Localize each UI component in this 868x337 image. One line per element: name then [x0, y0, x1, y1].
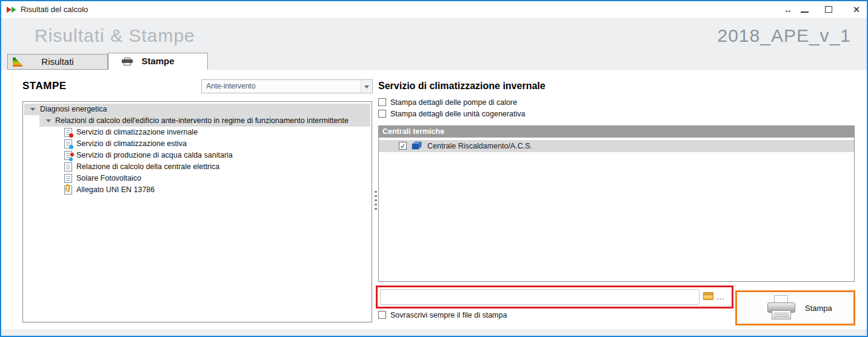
centrale-item-label: Centrale Riscaldamento/A.C.S.	[427, 140, 532, 152]
centrale-list-item[interactable]: ✓ Centrale Riscaldamento/A.C.S.	[379, 140, 854, 152]
print-tree-panel: Diagnosi energetica Relazioni di calcolo…	[22, 101, 372, 322]
tree-item-centrale-elettrica[interactable]: Relazione di calcolo della centrale elet…	[23, 161, 372, 173]
report-icon	[64, 174, 72, 183]
tree-item-relazioni[interactable]: Relazioni di calcolo dell'edificio ante-…	[23, 115, 372, 127]
minimize-button[interactable]	[795, 1, 813, 18]
tree-item-solare-fotovoltaico[interactable]: Solare Fotovoltaico	[23, 173, 372, 184]
overwrite-checkbox-label: Sovrascrivi sempre il file di stampa	[390, 311, 507, 319]
tree-item-acqua-calda[interactable]: Servizio di produzione di acqua calda sa…	[23, 150, 372, 161]
period-dropdown-value: Ante-intervento	[206, 80, 255, 93]
print-button-label: Stampa	[805, 304, 832, 313]
tab-stampe[interactable]: Stampe	[108, 53, 208, 70]
tab-risultati-label: Risultati	[8, 55, 107, 69]
report-red-dot-icon	[64, 128, 72, 137]
service-section-title: Servizio di climatizzazione invernale	[378, 81, 546, 92]
tree-item-diagnosi[interactable]: Diagnosi energetica	[23, 104, 372, 115]
project-name: 2018_APE_v_1	[717, 25, 851, 46]
tree-item-label: Relazione di calcolo della centrale elet…	[76, 161, 219, 173]
app-logo-icon	[7, 5, 18, 14]
maximize-button[interactable]	[820, 1, 838, 18]
close-button[interactable]: ✕	[847, 1, 866, 18]
cogenerativa-checkbox[interactable]	[378, 110, 386, 118]
window-title: Risultati del calcolo	[21, 1, 88, 18]
print-button-highlight-annotation: Stampa	[735, 290, 855, 325]
tree-item-label: Relazioni di calcolo dell'edificio ante-…	[55, 115, 349, 127]
report-icon	[64, 162, 72, 172]
resize-icon[interactable]: ↔	[779, 1, 797, 18]
centrali-termiche-header: Centrali termiche	[379, 126, 854, 138]
app-window: Risultati del calcolo ↔ ✕ Risultati & St…	[0, 0, 868, 337]
title-bar: Risultati del calcolo ↔ ✕	[1, 1, 867, 18]
tab-risultati[interactable]: Risultati	[7, 54, 108, 70]
cogenerativa-checkbox-label: Stampa dettagli delle unità cogenerativa	[390, 110, 525, 118]
page-title: Risultati & Stampe	[35, 25, 195, 46]
tree-item-label: Servizio di climatizzazione estiva	[76, 138, 187, 150]
tree-item-label: Solare Fotovoltaico	[76, 173, 141, 184]
file-path-highlight-annotation: ...	[376, 285, 733, 309]
pompe-checkbox-label: Stampa dettagli delle pompe di calore	[390, 98, 517, 107]
browse-button-label: ...	[716, 292, 725, 301]
overwrite-checkbox[interactable]	[378, 311, 386, 319]
browse-button[interactable]: ...	[703, 290, 730, 304]
dropdown-arrow-button[interactable]	[361, 80, 372, 93]
print-button[interactable]: Stampa	[737, 292, 853, 324]
tree-item-climatizzazione-invernale[interactable]: Servizio di climatizzazione invernale	[23, 127, 372, 138]
tree-item-label: Servizio di produzione di acqua calda sa…	[76, 150, 233, 161]
tab-stampe-label: Stampe	[109, 53, 207, 70]
printer-icon	[767, 295, 795, 321]
chevron-down-icon	[364, 85, 369, 88]
tree-item-label: Servizio di climatizzazione invernale	[76, 127, 198, 138]
report-blue-dot-icon	[64, 139, 72, 148]
pompe-checkbox[interactable]	[378, 98, 386, 106]
panel-splitter[interactable]	[375, 191, 377, 210]
centrale-checkbox[interactable]: ✓	[399, 142, 407, 150]
folder-icon	[703, 292, 713, 300]
centrali-termiche-panel: Centrali termiche ✓ Centrale Riscaldamen…	[378, 125, 855, 282]
period-dropdown[interactable]: Ante-intervento	[201, 79, 373, 93]
report-attachment-icon	[64, 185, 72, 195]
tree-item-climatizzazione-estiva[interactable]: Servizio di climatizzazione estiva	[23, 138, 372, 150]
report-red-blue-dot-icon	[64, 151, 72, 160]
tree-item-allegato-uni[interactable]: Allegato UNI EN 13786	[23, 184, 372, 196]
tree-item-label: Allegato UNI EN 13786	[76, 184, 155, 196]
expander-icon[interactable]	[46, 119, 51, 122]
tree-item-label: Diagnosi energetica	[40, 104, 107, 115]
stampe-section-title: STAMPE	[22, 80, 67, 92]
expander-icon[interactable]	[30, 108, 35, 111]
centrale-termica-icon	[412, 141, 422, 150]
header-band: Risultati & Stampe 2018_APE_v_1 Risultat…	[1, 18, 867, 70]
print-file-path-input[interactable]	[380, 289, 699, 305]
window-footer-strip	[1, 329, 867, 336]
